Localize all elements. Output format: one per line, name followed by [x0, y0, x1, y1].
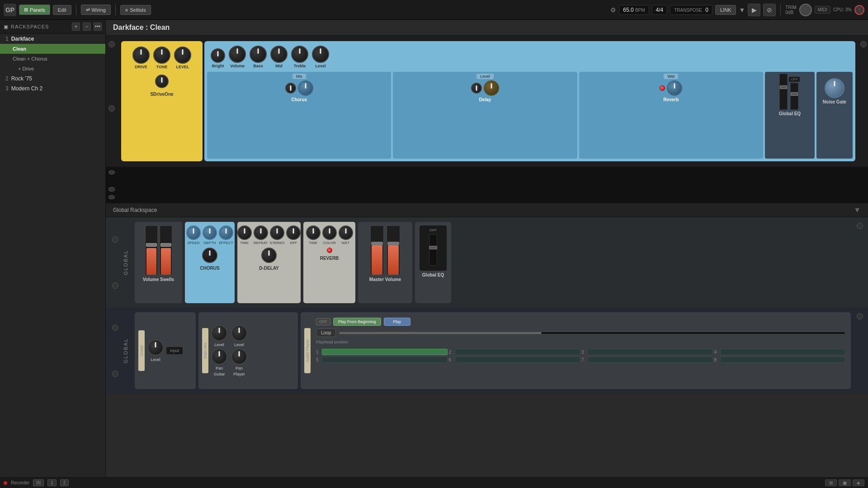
off-toggle[interactable]: OFF	[316, 318, 330, 325]
chorus-speed-knob[interactable]	[186, 225, 201, 240]
master-vol-fader-right[interactable]	[387, 225, 400, 275]
loop-button[interactable]: Loop	[316, 328, 336, 337]
time-sig-display[interactable]: 4/4	[652, 5, 668, 15]
lower-dot-2[interactable]	[108, 187, 115, 191]
edit-button[interactable]: Edit	[53, 5, 71, 15]
vol-fader-right[interactable]	[160, 225, 172, 275]
track-slot-6[interactable]	[455, 357, 580, 363]
eq-fader-main[interactable]	[790, 83, 798, 110]
player-ch-pan-knob[interactable]	[231, 348, 247, 365]
settings-icon[interactable]: ⚙	[610, 6, 616, 14]
avatar[interactable]	[799, 4, 812, 16]
noise-gate-knob[interactable]	[825, 78, 844, 98]
global-dot-2[interactable]	[112, 282, 118, 289]
ddelay-main-knob[interactable]	[261, 248, 277, 263]
recorder-ch1-button[interactable]: 1	[47, 479, 57, 486]
status-icon-3[interactable]: ◈	[853, 479, 864, 486]
wiring-button[interactable]: ⇌ Wiring	[81, 5, 111, 15]
rack-dot-2[interactable]	[108, 105, 115, 112]
bottom-dot-right[interactable]	[857, 313, 863, 319]
ddelay-eff-knob[interactable]	[286, 225, 301, 240]
volume-knob[interactable]	[229, 46, 246, 63]
player-ch-level-knob[interactable]	[231, 325, 247, 341]
rack-dot-right[interactable]	[860, 41, 867, 47]
reverb-wet-knob[interactable]	[667, 80, 682, 96]
sdrive-extra-knob[interactable]	[155, 75, 169, 88]
sidebar-item-rock75[interactable]: Rock '75	[11, 75, 32, 82]
eq-fader-1[interactable]	[779, 74, 788, 110]
guitar-ch-level-knob[interactable]	[211, 325, 227, 341]
track-slot-2[interactable]	[455, 349, 580, 355]
drive-knob[interactable]	[132, 47, 150, 64]
record-button[interactable]: ⊘	[763, 4, 776, 16]
recorder-ch2-button[interactable]: 2	[60, 479, 69, 486]
remove-rackspace-button[interactable]: −	[83, 23, 91, 31]
reverb-wet-g-knob[interactable]	[339, 225, 353, 240]
track-cell-4: 4	[714, 349, 846, 355]
bpm-display[interactable]: 65.0 BPM	[619, 5, 649, 15]
bright-knob[interactable]	[211, 48, 225, 63]
play-from-beginning-button[interactable]: Play From Beginning	[333, 318, 381, 326]
track-slot-1[interactable]	[322, 349, 448, 355]
panic-button[interactable]: !	[854, 5, 864, 15]
chorus-depth-knob[interactable]	[203, 225, 217, 240]
mid-knob[interactable]	[270, 46, 288, 63]
delay-level-knob1[interactable]	[471, 83, 482, 94]
bass-knob[interactable]	[250, 46, 267, 63]
track-cell-2: 2	[449, 349, 580, 355]
global-eq-fader[interactable]	[429, 234, 437, 266]
global-dot-right[interactable]	[857, 223, 863, 229]
vol-fader-left[interactable]	[145, 225, 158, 275]
track-slot-8[interactable]	[720, 357, 846, 363]
link-button[interactable]: LINK	[715, 5, 736, 15]
amp-eq-plugin: Bright Volume Bass Mid	[204, 41, 855, 161]
track-slot-5[interactable]	[322, 357, 448, 363]
status-icon-2[interactable]: ▣	[839, 479, 851, 486]
track-slot-7[interactable]	[587, 357, 713, 363]
recorder-in-button[interactable]: IN	[33, 479, 44, 486]
global-collapse-icon[interactable]: ▼	[854, 206, 861, 214]
rack-dot-1[interactable]	[108, 41, 115, 47]
chorus-main-knob[interactable]	[202, 248, 217, 263]
playhead-bar[interactable]	[339, 332, 845, 334]
tone-knob[interactable]	[153, 47, 170, 64]
play-button[interactable]: Play	[384, 318, 411, 326]
play-button[interactable]: ▶	[748, 4, 760, 16]
guitar-channel: Level Pan Guitar	[211, 325, 227, 376]
more-options-button[interactable]: •••	[94, 23, 102, 31]
lower-dot-3[interactable]	[108, 195, 115, 199]
ddelay-stereo-knob[interactable]	[270, 225, 284, 240]
track-slot-3[interactable]	[587, 349, 713, 355]
recorder-led	[4, 481, 7, 485]
sidebar-item-modern[interactable]: Modern Ch 2	[11, 85, 42, 92]
ddelay-repeat-knob[interactable]	[254, 225, 268, 240]
delay-level-knob2[interactable]	[484, 80, 499, 96]
guitar-level-knob[interactable]	[147, 339, 164, 356]
sidebar-item-drive[interactable]: + Drive	[0, 64, 105, 74]
ddelay-time-knob[interactable]	[237, 225, 252, 240]
setlists-button[interactable]: ≡ Setlists	[120, 5, 151, 15]
sidebar-item-clean[interactable]: Clean	[0, 44, 105, 54]
treble-knob[interactable]	[291, 46, 308, 63]
level-knob[interactable]	[174, 47, 191, 64]
sidebar-item-clean-chorus[interactable]: Clean + Chorus	[0, 54, 105, 64]
status-icon-1[interactable]: ⊞	[825, 479, 837, 486]
bottom-dot-1[interactable]	[112, 324, 118, 331]
guitar-ch-pan-knob[interactable]	[211, 348, 227, 365]
amp-level-knob[interactable]	[312, 46, 329, 63]
global-dot-1[interactable]	[112, 236, 118, 243]
master-vol-fader-left[interactable]	[370, 225, 384, 275]
reverb-time-knob[interactable]	[306, 225, 321, 240]
chorus-effect-knob[interactable]	[219, 225, 233, 240]
dropdown-arrow-icon[interactable]: ▼	[739, 6, 745, 14]
reverb-color-knob[interactable]	[322, 225, 337, 240]
lower-dot-1[interactable]	[108, 170, 115, 174]
master-volume-name: Master Volume	[369, 277, 401, 282]
sidebar-item-darkface[interactable]: Darkface	[11, 36, 34, 42]
chorus-mix-knob1[interactable]	[285, 83, 296, 94]
panels-button[interactable]: ⊞ Panels	[19, 5, 50, 15]
bottom-dot-2[interactable]	[112, 371, 118, 377]
add-rackspace-button[interactable]: +	[72, 23, 80, 31]
chorus-mix-knob2[interactable]	[298, 80, 313, 96]
track-slot-4[interactable]	[720, 349, 846, 355]
